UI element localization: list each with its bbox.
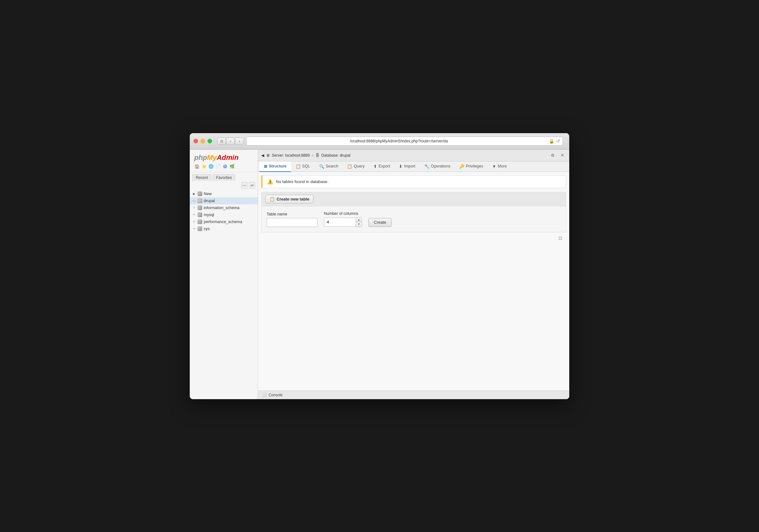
tab-query[interactable]: 📋 Query: [342, 162, 369, 172]
tab-import[interactable]: ⬇ Import: [394, 162, 419, 172]
console-icon: ⬜: [262, 393, 267, 397]
table-name-label: Table name: [267, 212, 318, 216]
db-icon: [197, 212, 202, 217]
spinner-buttons: ▲ ▼: [356, 217, 362, 227]
sidebar-tabs: Recent Favorites: [190, 172, 258, 181]
tab-sql-label: SQL: [302, 164, 310, 169]
gear-icon[interactable]: ⚙️: [222, 164, 228, 170]
expand-icon: +: [192, 227, 196, 231]
server-icon: 🖥: [266, 153, 270, 158]
console-label: Console: [268, 393, 283, 397]
minimize-button[interactable]: [201, 139, 205, 143]
tab-import-label: Import: [404, 164, 415, 169]
pma-icons: 🏠 ⭐ 🌐 📄 ⚙️ 🌿: [194, 164, 253, 170]
expand-icon: +: [192, 220, 196, 224]
create-new-table-button[interactable]: 📋 Create new table: [265, 195, 313, 204]
structure-icon: ⊞: [264, 164, 267, 169]
maximize-button[interactable]: [208, 139, 212, 143]
sidebar-item-information-schema[interactable]: + information_schema: [190, 204, 258, 211]
search-icon: 🔍: [319, 164, 324, 169]
expand-icon: +: [192, 206, 196, 210]
breadcrumb-server[interactable]: Server: localhost:8889: [272, 153, 309, 158]
corner-resize-icon[interactable]: ⊡: [557, 235, 564, 241]
breadcrumb-collapse-icon[interactable]: ◀: [261, 153, 264, 158]
expand-icon: ▶: [192, 192, 196, 196]
columns-group: Number of columns ▲ ▼: [324, 211, 362, 227]
columns-input[interactable]: [324, 218, 356, 227]
close-panel-icon[interactable]: ✕: [558, 152, 566, 159]
tab-operations[interactable]: 🔧 Operations: [420, 162, 455, 172]
create-table-section: 📋 Create new table Table name Number of …: [261, 192, 566, 232]
panel-header: ◀ 🖥 Server: localhost:8889 » 🗄 Database:…: [258, 150, 569, 162]
url-bar[interactable]: localhost:8888/phpMyAdmin5/index.php?rou…: [246, 137, 563, 145]
tab-export-label: Export: [379, 164, 390, 169]
right-panel: ◀ 🖥 Server: localhost:8889 » 🗄 Database:…: [258, 150, 569, 399]
tab-query-label: Query: [354, 164, 365, 169]
table-name-group: Table name: [267, 212, 318, 227]
doc-icon[interactable]: 📄: [215, 164, 221, 170]
tab-sql[interactable]: 📋 SQL: [291, 162, 315, 172]
collapse-all-button[interactable]: —: [241, 182, 248, 188]
sql-icon: 📋: [296, 164, 301, 169]
alert-message: No tables found in database.: [276, 179, 329, 184]
columns-label: Number of columns: [324, 211, 362, 216]
columns-spinner: ▲ ▼: [324, 217, 362, 227]
sidebar-toggle-button[interactable]: ⊡: [217, 137, 226, 145]
db-icon: [197, 205, 202, 210]
tab-export[interactable]: ⬆ Export: [369, 162, 394, 172]
console-bar[interactable]: ⬜ Console: [258, 391, 569, 399]
main-area: ⚠️ No tables found in database. 📋 Create…: [258, 172, 569, 391]
sidebar-tab-favorites[interactable]: Favorites: [213, 174, 235, 181]
sidebar-toolbar: — ⇌: [190, 181, 258, 190]
tab-privileges[interactable]: 🔑 Privileges: [455, 162, 488, 172]
home-icon[interactable]: 🏠: [194, 164, 200, 170]
pma-logo-text: phpMyAdmin: [194, 154, 253, 162]
settings-icon[interactable]: ⚙: [549, 152, 557, 159]
privileges-icon: 🔑: [459, 164, 464, 169]
sidebar-item-new[interactable]: ▶ New: [190, 190, 258, 197]
sidebar-item-performance-schema[interactable]: + performance_schema: [190, 218, 258, 225]
title-bar: ⊡ ‹ › localhost:8888/phpMyAdmin5/index.p…: [190, 133, 569, 150]
panel-tools: ⚙ ✕: [549, 152, 566, 159]
create-table-header: 📋 Create new table: [261, 192, 566, 206]
forward-button[interactable]: ›: [235, 137, 244, 145]
db-name: New: [204, 192, 212, 196]
logo-my: My: [207, 154, 217, 162]
sidebar-item-sys[interactable]: + sys: [190, 225, 258, 232]
url-text: localhost:8888/phpMyAdmin5/index.php?rou…: [249, 139, 549, 143]
db-icon: [197, 198, 202, 204]
tab-privileges-label: Privileges: [466, 164, 483, 169]
breadcrumb-database[interactable]: Database: drupal: [321, 153, 350, 158]
tab-bar: ⊞ Structure 📋 SQL 🔍 Search 📋 Query ⬆: [258, 162, 569, 172]
db-icon: [197, 226, 202, 231]
tab-structure-label: Structure: [269, 164, 287, 169]
sidebar-item-drupal[interactable]: — drupal: [190, 197, 258, 204]
tab-search-label: Search: [326, 164, 339, 169]
sidebar-tab-recent[interactable]: Recent: [192, 174, 211, 181]
logo-admin: Admin: [217, 154, 238, 162]
sidebar: phpMyAdmin 🏠 ⭐ 🌐 📄 ⚙️ 🌿 Recent Favorites…: [190, 150, 258, 399]
refresh-button[interactable]: ⇌: [249, 182, 255, 188]
globe-icon[interactable]: 🌐: [208, 164, 214, 170]
leaf-icon[interactable]: 🌿: [229, 164, 235, 170]
tab-more[interactable]: ▼ More: [488, 162, 511, 172]
warning-icon: ⚠️: [267, 179, 273, 185]
table-name-input[interactable]: [267, 218, 318, 227]
db-icon-breadcrumb: 🗄: [316, 153, 319, 158]
operations-icon: 🔧: [424, 164, 429, 169]
back-button[interactable]: ‹: [226, 137, 235, 145]
db-name: performance_schema: [204, 220, 242, 224]
db-name: sys: [204, 227, 210, 231]
breadcrumb: ◀ 🖥 Server: localhost:8889 » 🗄 Database:…: [261, 153, 351, 158]
expand-icon: +: [192, 213, 196, 217]
star-icon[interactable]: ⭐: [201, 164, 207, 170]
tab-more-label: More: [498, 164, 507, 169]
sidebar-item-mysql[interactable]: + mysql: [190, 211, 258, 218]
spinner-down-button[interactable]: ▼: [356, 222, 362, 227]
create-button[interactable]: Create: [368, 218, 392, 227]
db-tree: ▶ New — drupal + information_schema +: [190, 190, 258, 399]
spinner-up-button[interactable]: ▲: [356, 218, 362, 222]
tab-structure[interactable]: ⊞ Structure: [260, 162, 291, 172]
tab-search[interactable]: 🔍 Search: [315, 162, 343, 172]
close-button[interactable]: [194, 139, 198, 143]
